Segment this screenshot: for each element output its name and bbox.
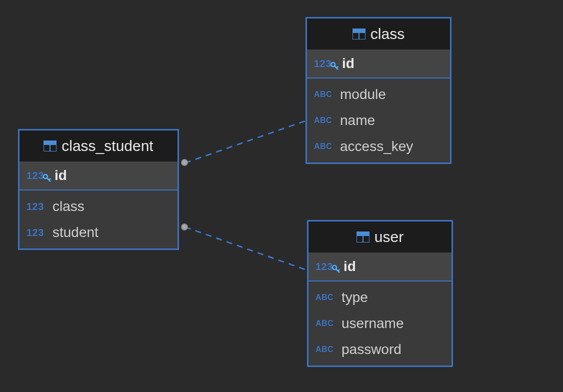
type-badge-text: ABC [314,90,336,99]
column-row-module[interactable]: ABC module [307,82,450,108]
column-row-id[interactable]: 123 id [308,252,452,282]
table-header[interactable]: class_student [20,130,178,162]
column-row-type[interactable]: ABC type [308,284,452,310]
table-header[interactable]: class [307,18,450,50]
svg-line-25 [338,270,340,271]
svg-line-1 [185,227,306,270]
svg-point-23 [332,266,336,270]
column-row-username[interactable]: ABC username [308,310,452,336]
svg-rect-12 [359,28,366,32]
table-header[interactable]: user [308,222,452,252]
svg-line-9 [49,178,50,180]
table-class[interactable]: class 123 id ABC module ABC name [306,17,452,164]
column-row-password[interactable]: ABC password [308,336,452,362]
column-name: module [340,86,386,102]
column-name: id [54,168,67,184]
column-row-class[interactable]: 123 class [20,194,178,220]
column-row-name[interactable]: ABC name [307,108,450,134]
svg-rect-4 [50,140,56,144]
table-icon [356,232,370,242]
column-name: id [344,258,356,274]
key-icon [42,174,52,182]
type-badge-text: ABC [316,293,338,302]
column-row-id[interactable]: 123 id [20,162,178,190]
column-name: student [52,224,98,240]
column-row-student[interactable]: 123 student [20,220,178,246]
column-row-access-key[interactable]: ABC access_key [307,134,450,160]
column-name: password [342,342,402,358]
table-title: class_student [62,138,153,154]
svg-point-15 [331,62,335,66]
type-badge-number: 123 [26,227,48,238]
key-icon [330,62,339,70]
column-row-id[interactable]: 123 id [307,50,450,78]
table-icon [44,140,56,152]
svg-rect-11 [352,28,359,32]
erd-canvas[interactable]: class_student 123 id 123 class 123 stude… [0,0,563,392]
table-class-student[interactable]: class_student 123 id 123 class 123 stude… [18,129,179,250]
type-badge-text: ABC [316,319,338,328]
column-name: type [342,290,368,306]
table-icon [352,28,366,40]
column-name: class [52,198,84,214]
svg-line-0 [185,121,305,163]
type-badge-number: 123 [26,201,48,212]
table-title: user [374,228,404,246]
column-name: id [342,56,354,72]
svg-point-7 [44,174,48,178]
type-badge-text: ABC [314,142,336,151]
column-name: name [340,112,375,128]
table-title: class [370,26,404,42]
svg-rect-19 [356,232,363,236]
table-user[interactable]: user 123 id ABC type ABC username [307,220,453,367]
relation-endpoint [181,159,188,166]
relation-endpoint [181,224,188,230]
svg-line-17 [336,66,338,68]
svg-rect-3 [44,140,50,144]
type-badge-text: ABC [316,345,338,354]
column-name: username [342,316,404,332]
svg-rect-20 [363,232,370,236]
type-badge-text: ABC [314,116,336,125]
key-icon [332,264,340,274]
column-name: access_key [340,138,413,154]
